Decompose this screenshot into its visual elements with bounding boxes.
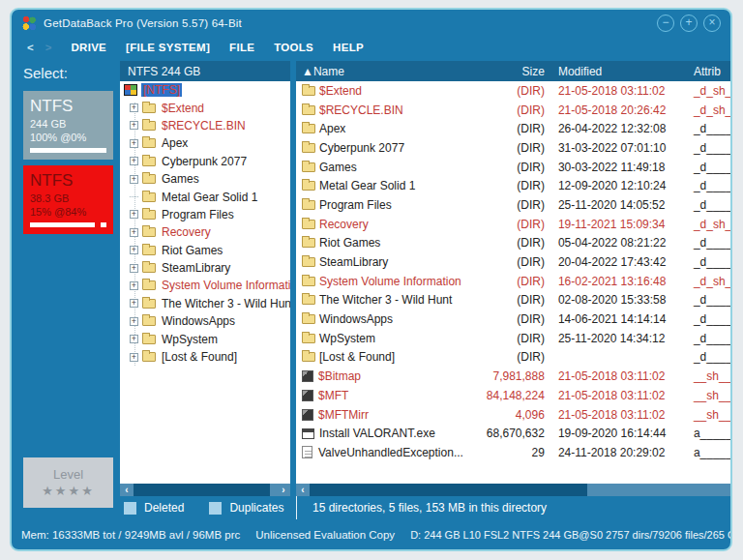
menu-item-filesystem[interactable]: [FILE SYSTEM] [126, 42, 210, 53]
file-row[interactable]: $MFT84,148,22421-05-2018 03:11:02__sh__ [296, 386, 732, 405]
menu-item-file[interactable]: FILE [229, 42, 254, 53]
file-row[interactable]: Cyberpunk 2077(DIR)31-03-2022 07:01:10_d… [296, 138, 732, 158]
tree-item[interactable]: +Riot Games [120, 242, 290, 259]
file-row[interactable]: Install VALORANT.exe68,670,63219-09-2020… [296, 424, 732, 443]
tree-scrollbar-track[interactable] [270, 484, 277, 496]
scroll-right-icon[interactable]: › [730, 484, 732, 496]
tree-item[interactable]: +$RECYCLE.BIN [120, 117, 290, 134]
file-size-cell: (DIR) [463, 218, 549, 231]
tree-horizontal-scrollbar[interactable]: ‹ › [120, 484, 290, 496]
file-row[interactable]: $MFTMirr4,09621-05-2018 03:11:02__sh__ [296, 405, 732, 425]
expand-plus-icon[interactable]: + [130, 264, 138, 273]
winflag-icon [124, 84, 137, 96]
file-name: SteamLibrary [319, 255, 388, 269]
menu-item-drive[interactable]: DRIVE [71, 42, 106, 53]
expand-plus-icon[interactable]: + [130, 139, 138, 148]
folder-icon [302, 238, 315, 248]
expand-plus-icon[interactable]: + [130, 103, 138, 112]
tree-item[interactable]: +[Lost & Found] [120, 348, 290, 366]
column-header-size[interactable]: Size [463, 65, 549, 78]
file-row[interactable]: System Volume Information(DIR)16-02-2021… [296, 272, 732, 291]
file-row[interactable]: WindowsApps(DIR)14-06-2021 14:14:14_d___… [296, 309, 732, 329]
file-row[interactable]: $RECYCLE.BIN(DIR)21-05-2018 20:26:42_d_s… [296, 101, 732, 120]
column-header-attrib[interactable]: Attrib [684, 65, 732, 78]
maximize-button[interactable]: + [680, 15, 698, 32]
level-box[interactable]: Level ★★★★ [23, 457, 113, 508]
deleted-legend-label: Deleted [144, 501, 184, 515]
tree-item[interactable]: [NTFS] [120, 81, 290, 99]
file-row[interactable]: $Extend(DIR)21-05-2018 03:11:02_d_sh__ [296, 81, 732, 101]
expand-plus-icon[interactable]: + [130, 299, 138, 308]
file-modified-cell: 24-11-2018 20:29:02 [549, 446, 684, 459]
expand-plus-icon[interactable]: + [130, 121, 138, 130]
column-header-name[interactable]: ▲Name [296, 65, 463, 78]
menu-item-help[interactable]: HELP [333, 42, 364, 53]
file-modified-cell: 19-09-2020 16:14:44 [549, 427, 684, 440]
expand-plus-icon[interactable]: + [130, 210, 138, 219]
expand-plus-icon[interactable]: + [130, 157, 138, 165]
file-row[interactable]: ValveUnhandledException...2924-11-2018 2… [296, 443, 732, 462]
expand-plus-icon[interactable]: + [130, 246, 138, 254]
forward-arrow-icon[interactable]: > [45, 42, 52, 53]
tree-item[interactable]: +Games [120, 170, 290, 188]
tree-item[interactable]: +System Volume Information [120, 277, 290, 294]
expand-plus-icon[interactable]: + [130, 175, 138, 184]
expand-plus-icon[interactable]: + [130, 281, 138, 290]
file-attrib-cell: _d_sh__ [684, 84, 732, 98]
folder-icon [142, 263, 156, 273]
file-size-cell: (DIR) [463, 84, 549, 98]
partition-card[interactable]: NTFS38.3 GB15% @84% [23, 165, 113, 234]
back-arrow-icon[interactable]: < [27, 42, 34, 53]
tree-item[interactable]: +SteamLibrary [120, 259, 290, 277]
tree-item[interactable]: +WindowsApps [120, 312, 290, 330]
window-title: GetDataBack Pro (Version 5.57) 64-Bit [44, 17, 242, 29]
file-row[interactable]: WpSystem(DIR)25-11-2020 14:34:12_d____ [296, 329, 732, 348]
tree-item[interactable]: +WpSystem [120, 330, 290, 347]
file-row[interactable]: Metal Gear Solid 1(DIR)12-09-2020 12:10:… [296, 176, 732, 195]
file-name-cell: [Lost & Found] [296, 350, 463, 364]
expand-plus-icon[interactable]: + [130, 353, 138, 362]
close-button[interactable]: × [703, 15, 721, 32]
legend-strip: Deleted Duplicates 15 directories, 5 fil… [120, 496, 732, 519]
scroll-left-icon[interactable]: ‹ [296, 484, 310, 496]
file-modified-cell: 19-11-2021 15:09:34 [549, 218, 684, 231]
file-size-cell: 29 [463, 446, 549, 459]
file-row[interactable]: Apex(DIR)26-04-2022 12:32:08_d____ [296, 119, 732, 138]
tree-item[interactable]: +$Extend [120, 99, 290, 116]
column-header-modified[interactable]: Modified [549, 65, 684, 78]
file-row[interactable]: [Lost & Found](DIR)_d____ [296, 348, 732, 368]
list-horizontal-scrollbar[interactable]: ‹ › [296, 484, 732, 496]
tree-item[interactable]: +Cyberpunk 2077 [120, 153, 290, 170]
file-modified-cell: 05-04-2022 08:21:22 [549, 236, 684, 250]
file-row[interactable]: The Witcher 3 - Wild Hunt(DIR)02-08-2020… [296, 291, 732, 310]
tree-item[interactable]: Metal Gear Solid 1 [120, 188, 290, 205]
scroll-right-icon[interactable]: › [277, 484, 290, 496]
file-row[interactable]: Program Files(DIR)25-11-2020 14:05:52_d_… [296, 195, 732, 215]
file-list: $Extend(DIR)21-05-2018 03:11:02_d_sh__$R… [296, 81, 732, 484]
file-size-cell: (DIR) [463, 275, 549, 288]
file-row[interactable]: SteamLibrary(DIR)20-04-2022 17:43:42_d__… [296, 252, 732, 272]
tree-item[interactable]: +Program Files [120, 206, 290, 223]
expand-plus-icon[interactable]: + [130, 317, 138, 326]
tree-scrollbar-thumb[interactable] [134, 484, 270, 496]
file-modified-cell: 21-05-2018 03:11:02 [549, 408, 684, 422]
file-row[interactable]: Games(DIR)30-03-2022 11:49:18_d____ [296, 158, 732, 177]
list-scrollbar-track[interactable] [587, 484, 730, 496]
menu-item-tools[interactable]: TOOLS [274, 42, 313, 53]
file-row[interactable]: $Bitmap7,981,88821-05-2018 03:11:02__sh_… [296, 367, 732, 386]
scroll-left-icon[interactable]: ‹ [120, 484, 134, 496]
expand-plus-icon[interactable]: + [130, 228, 138, 237]
tree-item[interactable]: +Apex [120, 134, 290, 152]
tree-item[interactable]: +The Witcher 3 - Wild Hunt [120, 295, 290, 312]
list-scrollbar-thumb[interactable] [310, 484, 587, 496]
file-row[interactable]: Riot Games(DIR)05-04-2022 08:21:22_d____ [296, 234, 732, 253]
minimize-button[interactable]: − [657, 15, 674, 32]
tree-item-label: SteamLibrary [160, 261, 232, 275]
file-name: WpSystem [319, 332, 375, 345]
file-row[interactable]: Recovery(DIR)19-11-2021 15:09:34_d_sh__ [296, 215, 732, 234]
tree-item[interactable]: +Recovery [120, 223, 290, 241]
expand-plus-icon[interactable]: + [130, 335, 138, 343]
folder-icon [142, 335, 156, 344]
partition-card[interactable]: NTFS244 GB100% @0% [23, 91, 113, 160]
tree-item-label: System Volume Information [160, 279, 290, 292]
